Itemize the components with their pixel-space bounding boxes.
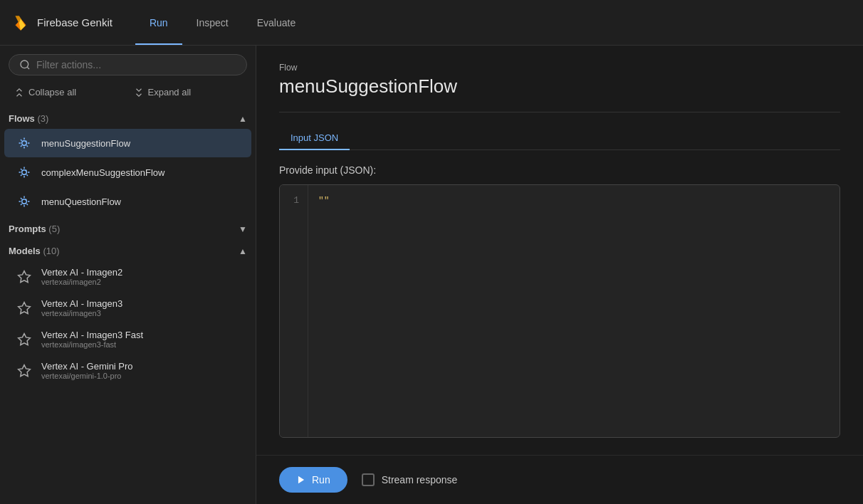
sidebar-item-text-menuquestionflow: menuQuestionFlow [41, 196, 121, 207]
model-sub-imagen3fast: vertexai/imagen3-fast [41, 340, 143, 349]
sidebar-scroll: Flows (3) ▲ menuSuggestionFlow [0, 106, 256, 504]
sidebar: Collapse all Expand all Flows (3) ▲ [0, 46, 256, 504]
model-icon-geminipro [16, 362, 33, 379]
app-title: Firebase Genkit [37, 16, 113, 28]
logo-area: Firebase Genkit [11, 14, 113, 32]
svg-line-1 [27, 67, 29, 69]
collapse-icon [14, 88, 24, 98]
sidebar-item-imagen2[interactable]: Vertex AI - Imagen2 vertexai/imagen2 [4, 261, 251, 292]
models-count: (10) [43, 246, 59, 256]
models-section-title: Models (10) [9, 246, 60, 256]
line-number-1: 1 [288, 194, 299, 209]
nav-tab-list: Run Inspect Evaluate [135, 0, 310, 45]
sidebar-item-text-complexmenusuggestionflow: complexMenuSuggestionFlow [41, 167, 164, 178]
model-sub-imagen2: vertexai/imagen2 [41, 278, 122, 286]
line-numbers: 1 [280, 185, 308, 437]
svg-marker-9 [298, 476, 304, 484]
json-editor[interactable]: 1 "" [279, 184, 840, 438]
flow-icon-menuquestionflow [16, 193, 33, 210]
stream-response-checkbox[interactable] [362, 473, 375, 486]
tab-run[interactable]: Run [135, 0, 182, 45]
models-section-header[interactable]: Models (10) ▲ [0, 238, 256, 261]
search-input[interactable] [36, 59, 236, 70]
run-button[interactable]: Run [279, 467, 347, 493]
collapse-label: Collapse all [28, 87, 76, 98]
prompts-chevron-icon: ▼ [239, 224, 247, 234]
content-area: Flow menuSuggestionFlow Input JSON Provi… [256, 46, 863, 504]
sidebar-item-text-imagen3: Vertex AI - Imagen3 vertexai/imagen3 [41, 298, 122, 317]
bottom-bar: Run Stream response [256, 455, 863, 504]
sidebar-item-geminipro[interactable]: Vertex AI - Gemini Pro vertexai/gemini-1… [4, 355, 251, 386]
sidebar-item-imagen3fast[interactable]: Vertex AI - Imagen3 Fast vertexai/imagen… [4, 324, 251, 355]
flow-icon-menusuggestionflow [16, 135, 33, 152]
model-sub-geminipro: vertexai/gemini-1.0-pro [41, 372, 133, 380]
sidebar-item-text-imagen3fast: Vertex AI - Imagen3 Fast vertexai/imagen… [41, 330, 143, 349]
stream-checkbox-area[interactable]: Stream response [362, 473, 458, 486]
content-scroll: Flow menuSuggestionFlow Input JSON Provi… [256, 46, 863, 455]
editor-content[interactable]: "" [308, 185, 840, 437]
prompts-section-header[interactable]: Prompts (5) ▼ [0, 216, 256, 238]
tab-input-json[interactable]: Input JSON [279, 127, 350, 150]
input-label: Provide input (JSON): [279, 164, 840, 176]
svg-marker-5 [19, 271, 31, 282]
flow-title: menuSuggestionFlow [279, 75, 840, 98]
flow-name-menuquestionflow: menuQuestionFlow [41, 196, 121, 207]
model-name-imagen2: Vertex AI - Imagen2 [41, 267, 122, 278]
svg-marker-7 [19, 333, 31, 345]
model-icon-imagen3 [16, 300, 33, 317]
sidebar-item-imagen3[interactable]: Vertex AI - Imagen3 vertexai/imagen3 [4, 293, 251, 323]
search-icon [19, 59, 31, 70]
content-tab-bar: Input JSON [279, 127, 840, 150]
flow-name-menusuggestionflow: menuSuggestionFlow [41, 138, 130, 149]
collapse-expand-row: Collapse all Expand all [0, 81, 256, 106]
svg-point-0 [21, 61, 28, 68]
model-sub-imagen3: vertexai/imagen3 [41, 309, 122, 317]
sidebar-item-complexmenusuggestionflow[interactable]: complexMenuSuggestionFlow [4, 158, 251, 187]
prompts-section-title: Prompts (5) [9, 224, 60, 234]
play-icon [296, 475, 306, 485]
flow-name-complexmenusuggestionflow: complexMenuSuggestionFlow [41, 167, 164, 178]
search-container [0, 46, 256, 81]
model-name-geminipro: Vertex AI - Gemini Pro [41, 361, 133, 372]
stream-response-label: Stream response [382, 474, 458, 485]
flows-section-header[interactable]: Flows (3) ▲ [0, 106, 256, 128]
expand-icon [134, 88, 144, 98]
sidebar-item-text-geminipro: Vertex AI - Gemini Pro vertexai/gemini-1… [41, 361, 133, 380]
svg-marker-8 [19, 364, 31, 376]
flow-label: Flow [279, 63, 840, 73]
sidebar-item-text-menusuggestionflow: menuSuggestionFlow [41, 138, 130, 149]
expand-all-button[interactable]: Expand all [128, 84, 248, 100]
title-divider [279, 112, 840, 112]
sidebar-item-menusuggestionflow[interactable]: menuSuggestionFlow [4, 129, 251, 157]
main-body: Collapse all Expand all Flows (3) ▲ [0, 46, 863, 504]
sidebar-item-menuquestionflow[interactable]: menuQuestionFlow [4, 187, 251, 216]
flows-count: (3) [37, 113, 48, 124]
flows-chevron-icon: ▲ [239, 114, 247, 124]
models-chevron-icon: ▲ [239, 246, 247, 256]
top-navigation: Firebase Genkit Run Inspect Evaluate [0, 0, 863, 46]
tab-inspect[interactable]: Inspect [182, 0, 243, 45]
tab-evaluate[interactable]: Evaluate [243, 0, 310, 45]
model-icon-imagen3fast [16, 331, 33, 348]
sidebar-item-text-imagen2: Vertex AI - Imagen2 vertexai/imagen2 [41, 267, 122, 286]
collapse-all-button[interactable]: Collapse all [9, 84, 128, 100]
firebase-logo-icon [11, 14, 30, 32]
model-name-imagen3fast: Vertex AI - Imagen3 Fast [41, 330, 143, 340]
model-icon-imagen2 [16, 268, 33, 285]
expand-label: Expand all [148, 87, 192, 98]
flows-section-title: Flows (3) [9, 113, 48, 124]
run-label: Run [312, 474, 330, 485]
model-name-imagen3: Vertex AI - Imagen3 [41, 298, 122, 309]
search-box[interactable] [9, 54, 247, 75]
svg-marker-6 [19, 302, 31, 313]
flow-icon-complexmenusuggestionflow [16, 164, 33, 181]
prompts-count: (5) [48, 224, 60, 234]
